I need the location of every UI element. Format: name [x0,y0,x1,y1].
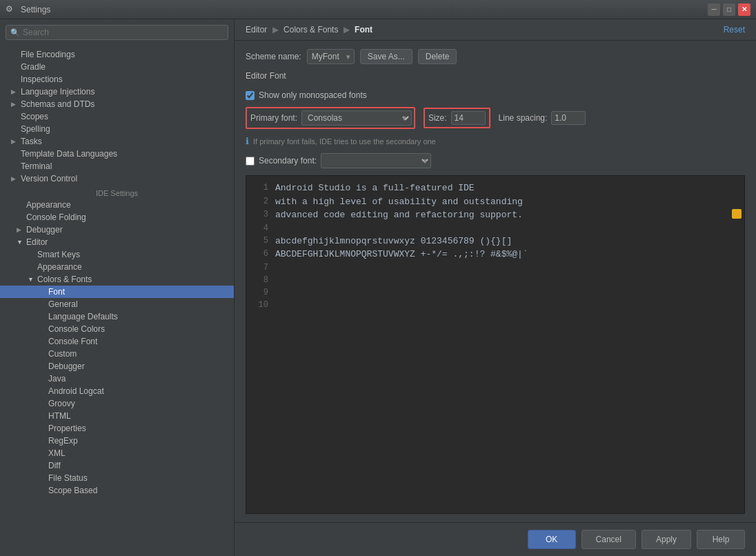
sidebar-item-xml[interactable]: XML [0,447,234,459]
sidebar-item-appearance-editor[interactable]: Appearance [0,261,234,273]
preview-line-2: 2 with a high level of usability and out… [252,195,739,209]
sidebar-label: Console Folding [26,212,86,222]
delete-button[interactable]: Delete [418,49,457,64]
preview-line-7: 7 [252,261,739,274]
line-spacing-label: Line spacing: [499,113,548,123]
save-as-button[interactable]: Save As... [360,49,412,64]
title-bar: ⚙ Settings ─ □ ✕ [0,0,756,19]
sidebar-item-version-control[interactable]: ▶ Version Control [0,172,234,185]
sidebar-item-general[interactable]: General [0,298,234,310]
sidebar-label: RegExp [48,436,78,446]
size-input[interactable] [451,111,486,125]
sidebar-item-editor[interactable]: ▼ Editor [0,236,234,248]
sidebar-item-html[interactable]: HTML [0,410,234,422]
line-spacing-input[interactable] [551,111,586,125]
preview-line-3: 3 advanced code editing and refactoring … [252,208,739,222]
sidebar-label: Schemas and DTDs [21,99,94,109]
secondary-font-select[interactable] [321,153,431,168]
info-text: If primary font fails, IDE tries to use … [253,137,436,146]
minimize-button[interactable]: ─ [708,3,720,16]
preview-line-8: 8 [252,274,739,286]
sidebar-item-language-defaults[interactable]: Language Defaults [0,310,234,323]
sidebar-item-regexp[interactable]: RegExp [0,435,234,447]
sidebar-item-console-colors[interactable]: Console Colors [0,323,234,335]
sidebar-item-debugger[interactable]: ▶ Debugger [0,224,234,236]
preview-area: 1 Android Studio is a full-featured IDE … [246,175,745,514]
search-input[interactable] [23,28,223,37]
search-box[interactable]: 🔍 [6,25,228,40]
primary-font-select[interactable]: Consolas [301,110,412,126]
sidebar-label: Scope Based [48,486,97,495]
sidebar-label: File Encodings [21,50,75,59]
sidebar-item-inspections[interactable]: Inspections [0,73,234,86]
sidebar-item-file-status[interactable]: File Status [0,472,234,484]
sidebar-item-custom[interactable]: Custom [0,348,234,360]
sidebar-label: Scopes [21,112,48,121]
sidebar-item-scopes[interactable]: Scopes [0,110,234,123]
sidebar-label: Appearance [37,262,82,272]
reset-link[interactable]: Reset [724,25,745,34]
sidebar-item-colors-fonts[interactable]: ▼ Colors & Fonts [0,273,234,286]
window-controls: ─ □ ✕ [708,3,750,16]
preview-line-1: 1 Android Studio is a full-featured IDE [252,181,739,195]
expand-arrow: ▶ [11,175,19,182]
secondary-font-checkbox[interactable] [246,157,255,166]
sidebar-label: Console Font [48,337,97,346]
sidebar-label: Java [48,374,66,384]
preview-line-10: 10 [252,299,739,311]
sidebar-item-diff[interactable]: Diff [0,459,234,472]
monospaced-checkbox[interactable] [246,91,255,100]
sidebar: 🔍 File Encodings Gradle Inspections ▶ La… [0,19,235,556]
sidebar-item-spelling[interactable]: Spelling [0,123,234,135]
sidebar-item-gradle[interactable]: Gradle [0,61,234,73]
window-title: Settings [21,5,50,14]
collapse-arrow: ▼ [17,239,25,246]
expand-arrow: ▶ [11,138,19,145]
sidebar-item-terminal[interactable]: Terminal [0,160,234,172]
sidebar-item-schemas-dtds[interactable]: ▶ Schemas and DTDs [0,98,234,110]
sidebar-label: Tasks [21,137,42,146]
line-number: 1 [252,181,268,195]
sidebar-item-font[interactable]: Font [0,286,234,298]
maximize-button[interactable]: □ [723,3,735,16]
sidebar-label: Language Defaults [48,312,118,321]
sidebar-item-template-data[interactable]: Template Data Languages [0,148,234,160]
breadcrumb-editor: Editor [246,25,267,34]
line-number: 3 [252,208,268,222]
cancel-button[interactable]: Cancel [581,530,636,549]
sidebar-item-smart-keys[interactable]: Smart Keys [0,248,234,261]
sidebar-label: Spelling [21,124,50,134]
line-content: ABCDEFGHIJKLMNOPQRSTUVWXYZ +-*/= .,;:!? … [275,248,528,261]
main-layout: 🔍 File Encodings Gradle Inspections ▶ La… [0,19,756,556]
close-button[interactable]: ✕ [738,3,750,16]
sidebar-item-file-encodings[interactable]: File Encodings [0,48,234,61]
sidebar-item-console-font[interactable]: Console Font [0,335,234,348]
breadcrumb-sep-2: ▶ [344,25,352,34]
scheme-dropdown[interactable]: MyFont [307,49,355,64]
sidebar-label: Appearance [26,200,71,210]
sidebar-item-appearance-ide[interactable]: Appearance [0,199,234,211]
content-header: Editor ▶ Colors & Fonts ▶ Font Reset [235,19,756,41]
sidebar-item-language-injections[interactable]: ▶ Language Injections [0,86,234,98]
sidebar-item-tasks[interactable]: ▶ Tasks [0,135,234,148]
sidebar-item-debugger-colors[interactable]: Debugger [0,360,234,373]
line-number: 10 [252,299,268,311]
sidebar-item-android-logcat[interactable]: Android Logcat [0,385,234,397]
apply-button[interactable]: Apply [641,530,691,549]
scheme-dropdown-wrapper: MyFont ▼ [307,49,355,64]
sidebar-item-java[interactable]: Java [0,373,234,385]
secondary-font-label[interactable]: Secondary font: [259,156,317,166]
line-number: 4 [252,222,268,235]
line-number: 5 [252,235,268,248]
sidebar-label: General [48,299,78,309]
ok-button[interactable]: OK [528,530,576,549]
sidebar-label: Android Logcat [48,386,104,396]
monospaced-label[interactable]: Show only monospaced fonts [259,90,367,100]
primary-font-dropdown-wrapper: Consolas [301,110,412,126]
sidebar-item-properties[interactable]: Properties [0,422,234,435]
sidebar-label: Console Colors [48,324,105,334]
help-button[interactable]: Help [697,530,745,549]
sidebar-item-scope-based[interactable]: Scope Based [0,484,234,497]
sidebar-item-groovy[interactable]: Groovy [0,397,234,410]
sidebar-item-console-folding[interactable]: Console Folding [0,211,234,224]
